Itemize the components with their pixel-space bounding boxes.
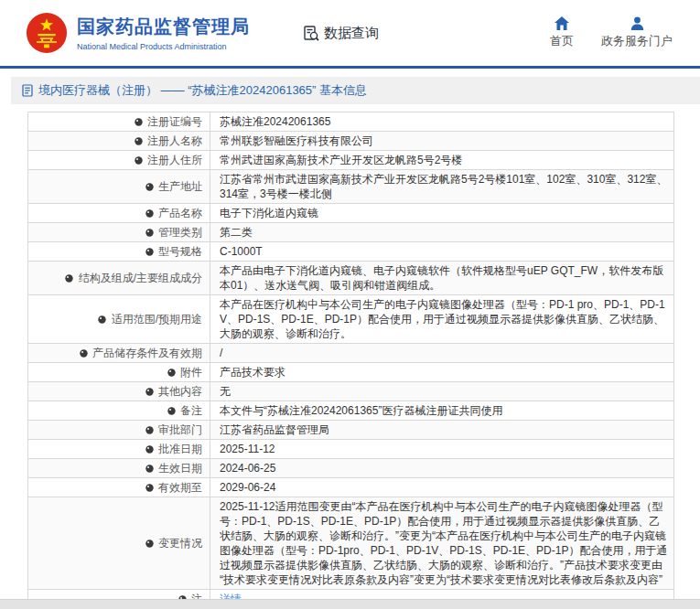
row-label: 注册证编号	[147, 115, 202, 128]
row-value: 本产品在医疗机构中与本公司生产的电子内窥镜图像处理器（型号：PD-1 pro、P…	[220, 298, 665, 340]
data-query-label: 数据查询	[324, 25, 379, 42]
row-label: 注册人住所	[147, 154, 202, 166]
note-icon	[145, 484, 154, 492]
page-title-bar: 境内医疗器械（注册） —— “苏械注准20242061365” 基本信息	[11, 77, 700, 104]
note-icon	[145, 465, 154, 473]
note-icon	[145, 229, 154, 237]
row-value: 无	[220, 385, 231, 398]
nav-portal-label: 政务服务门户	[601, 33, 673, 49]
row-label: 其他内容	[158, 385, 202, 398]
row-label: 型号规格	[158, 245, 202, 258]
table-row: 生效日期 2024-06-25	[28, 459, 674, 478]
row-label: 批准日期	[158, 443, 202, 455]
document-icon	[22, 84, 33, 97]
table-row: 有效期至 2029-06-24	[28, 478, 674, 497]
row-value: 常州联影智融医疗科技有限公司	[220, 134, 373, 147]
table-row: 批准日期 2025-11-12	[28, 440, 674, 459]
document-search-icon	[303, 25, 320, 42]
row-label: 产品名称	[158, 207, 202, 219]
row-value: 2025-11-12	[220, 443, 275, 455]
row-value: /	[220, 347, 222, 359]
table-row: 变更情况 2025-11-12适用范围变更由“本产品在医疗机构中与本公司生产的电…	[28, 497, 674, 590]
row-label: 产品储存条件及有效期	[92, 347, 202, 359]
note-icon	[145, 183, 154, 191]
note-icon	[145, 445, 154, 454]
row-label: 有效期至	[158, 481, 202, 494]
row-label: 附件	[180, 366, 202, 379]
note-icon	[145, 388, 154, 396]
brand[interactable]: 国家药品监督管理局 National Medical Products Admi…	[26, 12, 250, 54]
info-table-body: 注册证编号 苏械注准20242061365 注册人名称 常州联影智融医疗科技有限…	[28, 112, 674, 609]
row-value: 电子下消化道内窥镜	[220, 207, 318, 219]
row-label: 生效日期	[158, 462, 202, 475]
page-title: 境内医疗器械（注册） —— “苏械注准20242061365” 基本信息	[38, 82, 367, 99]
table-row: 注册人住所 常州武进国家高新技术产业开发区龙帆路5号2号楼	[28, 151, 674, 170]
nav-home-label: 首页	[550, 33, 574, 49]
table-row: 型号规格 C-1000T	[28, 242, 674, 262]
nav-home[interactable]: 首页	[550, 16, 574, 49]
site-title: 国家药品监督管理局	[77, 15, 250, 39]
row-value: 本文件与“苏械注准20242061365”医疗器械注册证共同使用	[220, 404, 502, 417]
header-nav: 首页 政务服务门户	[550, 16, 673, 49]
row-value: C-1000T	[220, 245, 263, 258]
row-value: 江苏省药品监督管理局	[220, 423, 329, 436]
note-icon	[135, 118, 143, 126]
home-icon	[555, 16, 569, 30]
table-row: 生产地址 江苏省常州市武进国家高新技术产业开发区龙帆路5号2号楼101室、102…	[28, 170, 674, 204]
table-row: 产品储存条件及有效期 /	[28, 344, 674, 363]
table-row: 注册证编号 苏械注准20242061365	[28, 112, 674, 132]
national-emblem-icon	[26, 12, 68, 54]
site-subtitle: National Medical Products Administration	[77, 42, 250, 51]
table-row: 产品名称 电子下消化道内窥镜	[28, 204, 674, 223]
row-label: 注册人名称	[147, 134, 202, 147]
nav-portal[interactable]: 政务服务门户	[601, 16, 673, 49]
table-row: 适用范围/预期用途 本产品在医疗机构中与本公司生产的电子内窥镜图像处理器（型号：…	[28, 295, 674, 344]
row-label: 审批部门	[158, 423, 202, 436]
note-icon	[65, 274, 73, 283]
row-value: 产品技术要求	[220, 366, 285, 379]
row-value: 江苏省常州市武进国家高新技术产业开发区龙帆路5号2号楼101室、102室、310…	[220, 173, 667, 200]
row-value: 苏械注准20242061365	[220, 115, 330, 128]
row-value: 2024-06-25	[220, 462, 275, 475]
note-icon	[98, 315, 106, 324]
table-row: 其他内容 无	[28, 382, 674, 401]
row-label: 生产地址	[158, 180, 202, 193]
note-icon	[145, 540, 154, 548]
row-value: 2025-11-12适用范围变更由“本产品在医疗机构中与本公司生产的电子内窥镜图…	[220, 500, 667, 586]
row-label: 变更情况	[158, 537, 202, 550]
row-label: 结构及组成/主要组成成分	[79, 272, 202, 284]
note-icon	[145, 248, 154, 256]
site-header: 国家药品监督管理局 National Medical Products Admi…	[0, 0, 700, 69]
row-value: 第二类	[220, 226, 253, 239]
row-label: 适用范围/预期用途	[112, 313, 202, 326]
brand-text: 国家药品监督管理局 National Medical Products Admi…	[77, 15, 250, 51]
note-icon	[80, 349, 88, 358]
registration-info-table: 注册证编号 苏械注准20242061365 注册人名称 常州联影智融医疗科技有限…	[27, 112, 674, 609]
table-row: 管理类别 第二类	[28, 223, 674, 242]
user-icon	[630, 16, 644, 30]
table-row: 注册人名称 常州联影智融医疗科技有限公司	[28, 132, 674, 151]
row-value: 2029-06-24	[220, 481, 275, 494]
note-icon	[135, 156, 143, 165]
table-row: 备注 本文件与“苏械注准20242061365”医疗器械注册证共同使用	[28, 401, 674, 421]
note-icon	[167, 407, 176, 415]
table-row: 附件 产品技术要求	[28, 363, 674, 382]
note-icon	[135, 137, 143, 145]
row-value: 本产品由电子下消化道内窥镜、电子内窥镜软件（软件规格型号uEP GQT_FW，软…	[220, 264, 663, 292]
data-query-nav[interactable]: 数据查询	[303, 25, 379, 42]
table-row: 结构及组成/主要组成成分 本产品由电子下消化道内窥镜、电子内窥镜软件（软件规格型…	[28, 262, 674, 295]
row-label: 备注	[180, 404, 202, 417]
note-icon	[167, 369, 176, 377]
note-icon	[145, 426, 154, 434]
page: 国家药品监督管理局 National Medical Products Admi…	[0, 0, 700, 609]
note-icon	[145, 209, 154, 218]
table-row: 审批部门 江苏省药品监督管理局	[28, 421, 674, 440]
page-footer-band	[0, 599, 700, 609]
row-label: 管理类别	[158, 226, 202, 239]
row-value: 常州武进国家高新技术产业开发区龙帆路5号2号楼	[220, 154, 462, 166]
